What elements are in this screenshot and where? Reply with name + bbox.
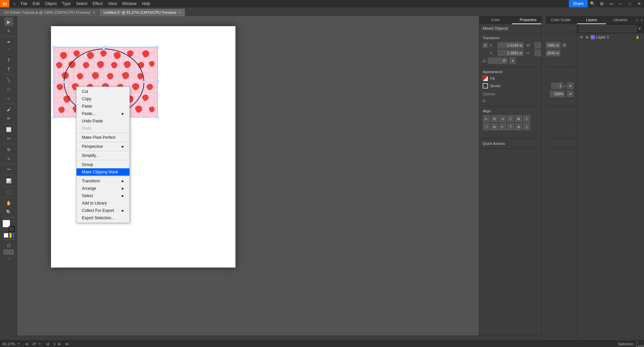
ctx-item-transform[interactable]: Transform▶ <box>76 177 129 185</box>
layers-filter-icon[interactable]: ▼ <box>637 26 642 31</box>
stroke-indicator[interactable] <box>483 83 488 89</box>
menu-type[interactable]: Type <box>59 0 73 7</box>
menu-effect[interactable]: Effect <box>90 0 105 7</box>
ctx-item-arrange[interactable]: Arrange▶ <box>76 185 129 192</box>
tab-libraries[interactable]: Libraries <box>606 16 635 24</box>
gradient-indicator[interactable] <box>9 233 14 238</box>
touch-type-tool[interactable]: 𝖳 <box>4 65 13 73</box>
layer-expand-icon[interactable]: ▶ <box>585 35 590 40</box>
tab-uv-printer[interactable]: UV Printer Tutorial.ai @ 150% (CMYK/CPU … <box>0 9 100 16</box>
y-input[interactable] <box>497 50 524 56</box>
draw-modes[interactable]: ◻ <box>4 241 13 249</box>
ctx-item-group[interactable]: Group <box>76 161 129 168</box>
distribute-bottom[interactable]: ⊥ <box>523 123 530 130</box>
zoom-dropdown[interactable]: ▾ <box>18 342 22 346</box>
zoom-tool[interactable]: 🔍 <box>4 208 13 216</box>
selection-tool[interactable]: ▶ <box>4 17 13 26</box>
menu-help[interactable]: Help <box>139 0 153 7</box>
opacity-input[interactable] <box>550 91 565 97</box>
ctx-item-export-selection[interactable]: Export Selection... <box>76 214 129 222</box>
tab-close-uv[interactable]: ✕ <box>93 11 95 14</box>
close-icon[interactable]: ✕ <box>635 0 644 7</box>
share-button[interactable]: Share <box>569 0 588 7</box>
panel-options-icon[interactable]: ≡ <box>635 16 639 24</box>
fx-label[interactable]: fx <box>483 99 486 103</box>
distribute-top[interactable]: ⊤ <box>507 123 514 130</box>
scissors-tool[interactable]: ✂ <box>4 134 13 143</box>
ctx-item-undo-paste[interactable]: Undo Paste <box>76 117 129 125</box>
paintbrush-tool[interactable]: 🖌 <box>4 105 13 114</box>
link-wh-icon[interactable]: ⛓ <box>562 43 567 48</box>
prev-page[interactable]: ◀ <box>25 342 30 346</box>
more-tools[interactable]: ··· <box>7 256 10 261</box>
warp-tool[interactable]: 〜 <box>4 165 13 174</box>
tab-properties[interactable]: Properties <box>512 16 544 24</box>
tab-color[interactable]: Color <box>479 16 512 24</box>
ctx-item-add-to-library[interactable]: Add to Library <box>76 199 129 207</box>
align-bottom-edges[interactable]: ⇩ <box>523 115 530 122</box>
search-icon[interactable]: 🔍 <box>588 0 597 7</box>
workspace-icon[interactable]: ⊞ <box>597 0 606 7</box>
h-input[interactable] <box>534 50 560 56</box>
screen-mode-1[interactable] <box>4 250 8 254</box>
nav-right[interactable]: ▶ <box>58 342 63 346</box>
opacity-dropdown[interactable]: ▾ <box>567 91 574 97</box>
hand-tool[interactable]: ✋ <box>4 198 13 207</box>
minimize-icon[interactable]: ─ <box>616 0 625 7</box>
stroke-dropdown[interactable]: ▾ <box>567 82 574 89</box>
distribute-left[interactable]: ⊣ <box>483 123 490 130</box>
ctx-item-paste-submenu[interactable]: Paste...▶ <box>76 110 129 117</box>
curvature-tool[interactable]: ⌒ <box>4 47 13 55</box>
menu-edit[interactable]: Edit <box>30 0 42 7</box>
scale-tool[interactable]: ⤡ <box>4 154 13 163</box>
rectangle-tool[interactable]: □ <box>4 85 13 94</box>
ctx-item-collect-for-export[interactable]: Collect For Export▶ <box>76 207 129 214</box>
ctx-item-make-clipping-mask[interactable]: Make Clipping Mask <box>76 168 129 176</box>
pen-tool[interactable]: ✒ <box>4 38 13 46</box>
maximize-icon[interactable]: □ <box>625 0 635 7</box>
tab-close-untitled[interactable]: ✕ <box>178 11 181 14</box>
screen-mode-2[interactable] <box>9 250 14 254</box>
ctx-item-perspective[interactable]: Perspective▶ <box>76 143 129 150</box>
tab-untitled[interactable]: Untitled-2* @ 81.27% (CMYK/CPU Preview) … <box>100 9 185 16</box>
x-input[interactable] <box>497 42 524 49</box>
more-btn-top[interactable]: ··· <box>571 26 574 30</box>
tab-layers[interactable]: Layers <box>577 16 606 24</box>
horizontal-scrollbar[interactable] <box>17 336 546 340</box>
appearance-more[interactable]: ··· <box>571 70 574 74</box>
home-icon[interactable]: ⌂ <box>11 0 18 7</box>
align-top-edges[interactable]: ⇧ <box>507 115 514 122</box>
ctx-item-simplify[interactable]: Simplify... <box>76 152 129 159</box>
transform-more[interactable]: ··· <box>571 36 574 40</box>
stroke-swatch[interactable] <box>9 226 15 232</box>
eraser-tool[interactable]: ⬜ <box>4 125 13 134</box>
ctx-item-cut[interactable]: Cut <box>76 88 129 95</box>
layer-visibility-icon[interactable]: 👁 <box>579 35 584 40</box>
align-more[interactable]: ··· <box>483 132 574 135</box>
angle-dropdown[interactable]: ▾ <box>509 57 516 64</box>
artboard-tool[interactable]: ⬚ <box>4 187 13 196</box>
align-center-vertical[interactable]: ⊠ <box>515 115 522 122</box>
ctx-item-paste[interactable]: Paste <box>76 103 129 110</box>
layer-1-item[interactable]: 👁 ▶ Layer 1 🔒 ○ <box>577 34 644 41</box>
ctx-item-make-pixel-perfect[interactable]: Make Pixel Perfect <box>76 134 129 141</box>
panel-icon[interactable]: ▭ <box>606 0 616 7</box>
tab-color-guide[interactable]: Color Guide <box>544 16 577 24</box>
w-input[interactable] <box>534 42 560 49</box>
menu-object[interactable]: Object <box>42 0 59 7</box>
direct-selection-tool[interactable]: ↖ <box>4 26 13 35</box>
fill-indicator[interactable] <box>483 76 488 81</box>
distribute-center-h[interactable]: ⊕ <box>491 123 498 130</box>
menu-window[interactable]: Window <box>119 0 139 7</box>
type-tool[interactable]: T <box>4 56 13 64</box>
layer-lock-icon[interactable]: 🔒 <box>636 36 639 39</box>
menu-view[interactable]: View <box>106 0 120 7</box>
distribute-right[interactable]: ⊢ <box>499 123 506 130</box>
stroke-width-input[interactable] <box>551 82 563 89</box>
column-graph-tool[interactable]: 📊 <box>4 176 13 185</box>
menu-select[interactable]: Select <box>73 0 90 7</box>
panel-close-icon[interactable]: ✕ <box>639 16 644 24</box>
ctx-item-select[interactable]: Select▶ <box>76 192 129 199</box>
fx-more[interactable]: ··· <box>571 99 574 103</box>
line-segment-tool[interactable]: ╲ <box>4 76 13 84</box>
